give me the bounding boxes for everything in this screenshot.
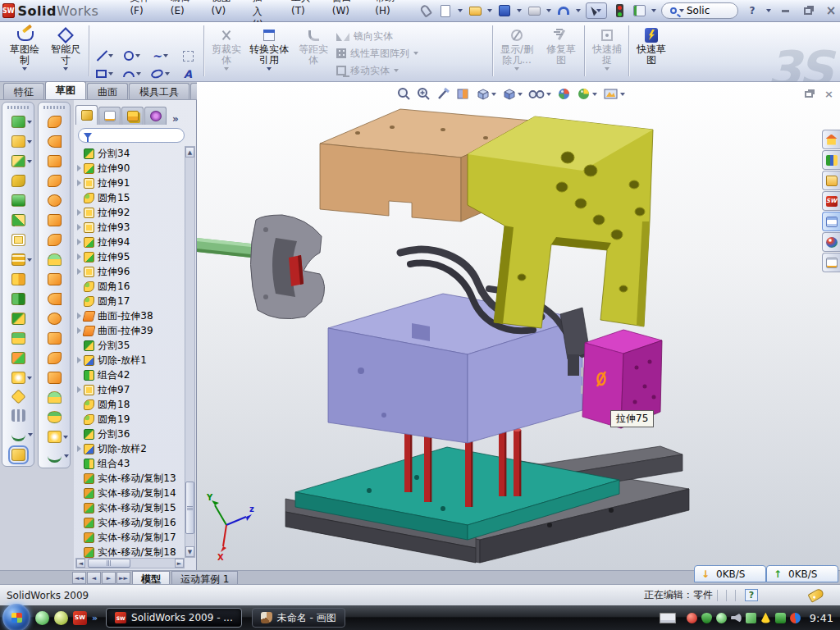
- arc-tool[interactable]: [120, 65, 144, 83]
- panel-overflow-chevron[interactable]: »: [172, 113, 179, 125]
- left-toolbar-icon[interactable]: [11, 234, 25, 246]
- view-orientation-icon[interactable]: [476, 87, 496, 101]
- save-icon[interactable]: [497, 3, 512, 18]
- tree-item[interactable]: 组合42: [75, 368, 185, 382]
- tree-item[interactable]: 实体-移动/复制15: [75, 500, 185, 515]
- tree-item[interactable]: 拉伸94: [75, 235, 185, 249]
- open-icon[interactable]: [468, 3, 482, 18]
- tree-horizontal-scrollbar[interactable]: ◄ ►: [75, 558, 185, 568]
- restore-button[interactable]: [799, 3, 817, 18]
- command-manager-tab[interactable]: 特征: [3, 83, 44, 99]
- print-icon[interactable]: [527, 3, 541, 18]
- tray-icon[interactable]: [760, 613, 771, 623]
- task-list-caret[interactable]: [651, 9, 656, 12]
- display-delete-caret[interactable]: [514, 67, 519, 71]
- left-toolbar-icon[interactable]: [48, 253, 62, 266]
- circle-tool[interactable]: [120, 47, 144, 65]
- propertymanager-tab[interactable]: [98, 107, 121, 125]
- expand-arrow[interactable]: [75, 192, 83, 203]
- command-manager-tab[interactable]: 草图: [45, 81, 86, 99]
- tree-item[interactable]: 实体-移动/复制17: [75, 530, 185, 545]
- featuremanager-tab[interactable]: [75, 105, 98, 125]
- tree-item[interactable]: 实体-移动/复制14: [75, 486, 185, 500]
- rapid-sketch-button[interactable]: 快速草图: [632, 25, 671, 79]
- left-toolbar-icon[interactable]: [11, 372, 25, 384]
- display-delete-relations-button[interactable]: 显示/删除几...: [495, 25, 538, 79]
- tree-item[interactable]: 拉伸93: [75, 220, 185, 235]
- sketch-button[interactable]: 草图绘制: [5, 25, 44, 79]
- tree-item[interactable]: 切除-放样2: [75, 441, 185, 456]
- view-settings-icon[interactable]: [603, 87, 625, 101]
- expand-arrow[interactable]: [75, 325, 83, 336]
- graphics-viewport[interactable]: Y z X ×: [197, 82, 840, 570]
- tree-item[interactable]: 实体-移动/复制18: [75, 545, 185, 558]
- left-toolbar-icon[interactable]: [48, 273, 62, 285]
- tab-nav-button[interactable]: ►►: [116, 572, 130, 584]
- left-toolbar-icon[interactable]: [48, 234, 62, 246]
- zoom-to-fit-icon[interactable]: [397, 87, 411, 101]
- doc-restore-button[interactable]: [805, 89, 813, 100]
- solidworks-quicklaunch-icon[interactable]: SW: [73, 611, 87, 625]
- ellipse-tool[interactable]: [148, 65, 172, 83]
- tray-icon[interactable]: [687, 613, 697, 623]
- pin-icon[interactable]: [418, 3, 433, 18]
- text-tool[interactable]: A: [176, 65, 200, 83]
- trim-caret[interactable]: [224, 67, 229, 71]
- linear-pattern-caret[interactable]: [413, 52, 418, 55]
- tree-item[interactable]: 切除-放样1: [75, 353, 185, 368]
- tree-item[interactable]: 拉伸92: [75, 205, 185, 220]
- new-document-icon[interactable]: [438, 3, 453, 18]
- tree-item[interactable]: 拉伸95: [75, 249, 185, 264]
- undo-caret[interactable]: [576, 9, 581, 12]
- expand-arrow[interactable]: [75, 281, 83, 292]
- rectangle-tool[interactable]: [92, 65, 116, 83]
- expand-arrow[interactable]: [75, 443, 83, 454]
- quick-snaps-button[interactable]: 快速捕捉: [587, 25, 627, 79]
- tab-nav-button[interactable]: ◄◄: [72, 572, 86, 584]
- tree-item[interactable]: 拉伸91: [75, 176, 185, 190]
- expand-arrow[interactable]: [75, 148, 83, 159]
- expand-arrow[interactable]: [75, 502, 83, 514]
- solidworks-search-tab[interactable]: SW: [822, 191, 840, 211]
- expand-arrow[interactable]: [75, 266, 83, 277]
- left-toolbar-icon[interactable]: [48, 293, 62, 305]
- search-box[interactable]: [661, 2, 738, 19]
- tree-item[interactable]: 圆角16: [75, 279, 185, 294]
- expand-arrow[interactable]: [75, 236, 83, 248]
- open-caret[interactable]: [487, 9, 492, 12]
- scroll-up-button[interactable]: ▲: [185, 147, 194, 158]
- tree-item[interactable]: 实体-移动/复制13: [75, 471, 185, 486]
- command-manager-tab[interactable]: 曲面: [87, 83, 128, 99]
- expand-arrow[interactable]: [75, 399, 83, 410]
- model-tab[interactable]: 运动算例 1: [171, 571, 238, 584]
- tree-item[interactable]: 拉伸97: [75, 382, 185, 397]
- task-list-icon[interactable]: [632, 3, 646, 18]
- left-toolbar-icon[interactable]: [11, 194, 25, 207]
- expand-arrow[interactable]: [75, 384, 83, 395]
- command-manager-tab[interactable]: 模具工具: [129, 83, 189, 99]
- media-icon[interactable]: [54, 611, 68, 625]
- quick-tips-button[interactable]: ?: [745, 589, 758, 601]
- offset-entities-button[interactable]: 等距实体: [294, 25, 333, 79]
- undo-icon[interactable]: [556, 3, 571, 18]
- trim-entities-button[interactable]: 剪裁实体: [207, 25, 246, 79]
- search-caret[interactable]: [679, 9, 684, 12]
- view-palette-tab[interactable]: [822, 212, 840, 231]
- convert-caret[interactable]: [267, 67, 272, 71]
- left-toolbar-icon[interactable]: [48, 411, 62, 423]
- doc-close-button[interactable]: ×: [824, 89, 833, 99]
- tray-icon[interactable]: [746, 613, 756, 623]
- left-toolbar-icon[interactable]: [11, 389, 25, 404]
- tree-item[interactable]: 分割35: [75, 338, 185, 353]
- expand-arrow[interactable]: [75, 207, 83, 218]
- tray-icon[interactable]: [731, 613, 742, 623]
- expand-arrow[interactable]: [75, 221, 83, 233]
- left-toolbar-icon[interactable]: [11, 352, 25, 364]
- repair-sketch-button[interactable]: 修复草图: [541, 25, 581, 79]
- taskbar-task-paint[interactable]: 未命名 - 画图: [252, 608, 345, 628]
- messenger-icon[interactable]: [35, 611, 49, 625]
- help-caret[interactable]: [766, 9, 771, 12]
- expand-arrow[interactable]: [75, 532, 83, 543]
- file-explorer-tab[interactable]: [822, 171, 840, 190]
- scroll-down-button[interactable]: ▼: [185, 546, 194, 557]
